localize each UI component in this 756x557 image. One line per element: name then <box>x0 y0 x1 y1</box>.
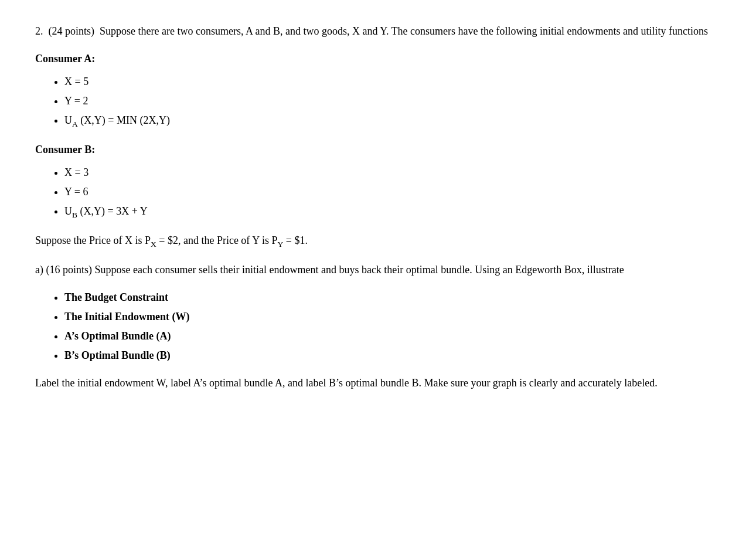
consumer-a-x: X = 5 <box>64 74 721 90</box>
part-a-text: a) (16 points) Suppose each consumer sel… <box>35 262 721 278</box>
consumer-a-utility: UA (X,Y) = MIN (2X,Y) <box>64 113 721 130</box>
consumer-b-utility-text: UB (X,Y) = 3X + Y <box>64 205 148 217</box>
consumer-b-x: X = 3 <box>64 165 721 181</box>
question-intro: 2. (24 points) Suppose there are two con… <box>35 23 721 39</box>
consumer-a-list: X = 5 Y = 2 UA (X,Y) = MIN (2X,Y) <box>35 74 721 130</box>
item-a-optimal-bundle: A’s Optimal Bundle (A) <box>64 328 721 344</box>
item-initial-endowment: The Initial Endowment (W) <box>64 309 721 325</box>
consumer-b-y: Y = 6 <box>64 184 721 200</box>
part-a-items: The Budget Constraint The Initial Endowm… <box>35 290 721 364</box>
question-intro-text: Suppose there are two consumers, A and B… <box>100 25 708 37</box>
consumer-a-header: Consumer A: <box>35 51 721 67</box>
label-instruction: Label the initial endowment W, label A’s… <box>35 375 721 391</box>
consumer-b-header: Consumer B: <box>35 142 721 158</box>
price-statement: Suppose the Price of X is PX = $2, and t… <box>35 233 721 250</box>
item-b-optimal-bundle: B’s Optimal Bundle (B) <box>64 348 721 364</box>
consumer-a-y: Y = 2 <box>64 93 721 109</box>
consumer-a-y-text: Y = 2 <box>64 95 88 107</box>
consumer-b-x-text: X = 3 <box>64 167 88 178</box>
consumer-b-list: X = 3 Y = 6 UB (X,Y) = 3X + Y <box>35 165 721 221</box>
initial-endowment-label: The Initial Endowment (W) <box>64 311 190 322</box>
item-budget-constraint: The Budget Constraint <box>64 290 721 305</box>
part-a-label: a) (16 points) <box>35 264 92 276</box>
consumer-a-utility-text: UA (X,Y) = MIN (2X,Y) <box>64 114 170 126</box>
question-number: 2. <box>35 25 43 37</box>
consumer-b-y-text: Y = 6 <box>64 186 88 198</box>
budget-constraint-label: The Budget Constraint <box>64 291 168 303</box>
consumer-a-x-text: X = 5 <box>64 76 88 87</box>
consumer-b-utility: UB (X,Y) = 3X + Y <box>64 203 721 221</box>
b-optimal-bundle-label: B’s Optimal Bundle (B) <box>64 349 171 361</box>
question-points: (24 points) <box>49 25 95 37</box>
part-a-description: Suppose each consumer sells their initia… <box>94 264 624 276</box>
a-optimal-bundle-label: A’s Optimal Bundle (A) <box>64 330 171 342</box>
